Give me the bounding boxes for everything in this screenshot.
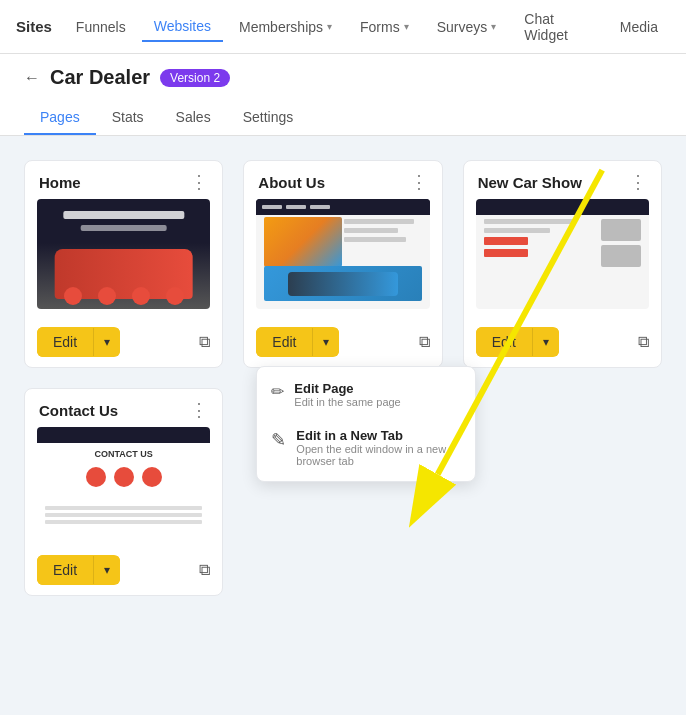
edit-tab-subtitle: Open the edit window in a new browser ta…: [296, 443, 461, 467]
card-footer-home: Edit ▾ ⧉: [25, 317, 222, 367]
edit-button-contact-us[interactable]: Edit: [37, 555, 93, 585]
tab-stats[interactable]: Stats: [96, 101, 160, 135]
nav-websites[interactable]: Websites: [142, 12, 223, 42]
thumb-icon-3: [132, 287, 150, 305]
nav-funnels[interactable]: Funnels: [64, 13, 138, 41]
edit-btn-group-new-car-show: Edit ▾: [476, 327, 559, 357]
thumb-nav-d1: [262, 205, 282, 209]
thumb-lines-about: [344, 219, 422, 246]
thumb-contact-title: CONTACT US: [94, 449, 152, 459]
thumb-contact-icons: [86, 467, 162, 487]
edit-page-icon: ✏: [271, 382, 284, 401]
edit-chevron-contact-us[interactable]: ▾: [93, 556, 120, 584]
three-dots-contact-us[interactable]: ⋮: [190, 401, 208, 419]
external-link-contact-us[interactable]: ⧉: [199, 561, 210, 579]
external-link-about-us[interactable]: ⧉: [419, 333, 430, 351]
thumb-nav-about: [256, 199, 429, 215]
card-header-new-car-show: New Car Show ⋮: [464, 161, 661, 199]
edit-chevron-new-car-show[interactable]: ▾: [532, 328, 559, 356]
edit-tab-icon: ✎: [271, 429, 286, 451]
sub-tabs: Pages Stats Sales Settings: [24, 101, 662, 135]
three-dots-home[interactable]: ⋮: [190, 173, 208, 191]
nc-img-2: [601, 245, 641, 267]
edit-button-home[interactable]: Edit: [37, 327, 93, 357]
external-link-new-car-show[interactable]: ⧉: [638, 333, 649, 351]
memberships-chevron: ▾: [327, 21, 332, 32]
edit-button-about-us[interactable]: Edit: [256, 327, 312, 357]
tab-sales[interactable]: Sales: [160, 101, 227, 135]
tc-line-2: [45, 513, 202, 517]
thumb-icon-2: [98, 287, 116, 305]
edit-page-title: Edit Page: [294, 381, 400, 396]
dropdown-item-edit-page[interactable]: ✏ Edit Page Edit in the same page: [257, 371, 475, 418]
tc-line-1: [45, 506, 202, 510]
nc-line-2: [484, 228, 551, 233]
back-button[interactable]: ←: [24, 69, 40, 87]
thumb-nav-d2: [286, 205, 306, 209]
tc-line-3: [45, 520, 202, 524]
card-footer-contact-us: Edit ▾ ⧉: [25, 545, 222, 595]
card-footer-new-car-show: Edit ▾ ⧉: [464, 317, 661, 367]
nav-forms[interactable]: Forms ▾: [348, 13, 421, 41]
thumbnail-new-car-show: [476, 199, 649, 309]
top-navigation: Sites Funnels Websites Memberships ▾ For…: [0, 0, 686, 54]
edit-chevron-about-us[interactable]: ▾: [312, 328, 339, 356]
card-header-home: Home ⋮: [25, 161, 222, 199]
thumb-nav-d3: [310, 205, 330, 209]
card-header-about-us: About Us ⋮: [244, 161, 441, 199]
t-line-3: [344, 237, 406, 242]
nav-memberships[interactable]: Memberships ▾: [227, 13, 344, 41]
thumb-nc-imgs: [601, 219, 641, 301]
tab-settings[interactable]: Settings: [227, 101, 310, 135]
thumb-text2-home: [80, 225, 167, 231]
dropdown-item-edit-tab[interactable]: ✎ Edit in a New Tab Open the edit window…: [257, 418, 475, 477]
thumb-icon-1: [64, 287, 82, 305]
tab-pages[interactable]: Pages: [24, 101, 96, 135]
forms-chevron: ▾: [404, 21, 409, 32]
edit-page-text: Edit Page Edit in the same page: [294, 381, 400, 408]
card-title-new-car-show: New Car Show: [478, 174, 582, 191]
nav-surveys[interactable]: Surveys ▾: [425, 13, 509, 41]
nav-media[interactable]: Media: [608, 13, 670, 41]
thumbnail-home: [37, 199, 210, 309]
page-card-home: Home ⋮ Edit: [24, 160, 223, 368]
tc-dot-1: [86, 467, 106, 487]
thumb-car-about: [288, 272, 398, 296]
page-title: Car Dealer: [50, 66, 150, 89]
card-title-about-us: About Us: [258, 174, 325, 191]
thumbnail-about-us: [256, 199, 429, 309]
thumb-icon-4: [166, 287, 184, 305]
thumb-img-about: [264, 217, 342, 267]
three-dots-about-us[interactable]: ⋮: [410, 173, 428, 191]
pages-area: Home ⋮ Edit: [24, 160, 662, 596]
page-card-about-us: About Us ⋮: [243, 160, 442, 368]
card-footer-about-us: Edit ▾ ⧉ ✏ Edit Page Edit in the same pa…: [244, 317, 441, 367]
card-header-contact-us: Contact Us ⋮: [25, 389, 222, 427]
edit-dropdown-menu: ✏ Edit Page Edit in the same page ✎ Edit…: [256, 366, 476, 482]
thumb-text-home: [63, 211, 184, 219]
nc-line-1: [484, 219, 573, 224]
edit-tab-title: Edit in a New Tab: [296, 428, 461, 443]
surveys-chevron: ▾: [491, 21, 496, 32]
edit-btn-group-about-us: Edit ▾: [256, 327, 339, 357]
main-content: Home ⋮ Edit: [0, 136, 686, 707]
thumb-nc-text: [484, 219, 595, 301]
t-line-2: [344, 228, 399, 233]
edit-button-new-car-show[interactable]: Edit: [476, 327, 532, 357]
thumb-img2-about: [264, 266, 421, 301]
tc-dot-2: [114, 467, 134, 487]
pages-grid: Home ⋮ Edit: [24, 160, 662, 596]
thumb-nc-nav: [476, 199, 649, 215]
nc-img-1: [601, 219, 641, 241]
nav-chat-widget[interactable]: Chat Widget: [512, 5, 604, 49]
edit-tab-text: Edit in a New Tab Open the edit window i…: [296, 428, 461, 467]
thumbnail-contact-us: CONTACT US: [37, 427, 210, 537]
nc-line-3: [484, 237, 529, 245]
edit-chevron-home[interactable]: ▾: [93, 328, 120, 356]
external-link-home[interactable]: ⧉: [199, 333, 210, 351]
three-dots-new-car-show[interactable]: ⋮: [629, 173, 647, 191]
thumb-contact-lines: [45, 506, 202, 527]
version-badge: Version 2: [160, 69, 230, 87]
edit-btn-group-contact-us: Edit ▾: [37, 555, 120, 585]
thumb-contact-nav: [37, 427, 210, 443]
